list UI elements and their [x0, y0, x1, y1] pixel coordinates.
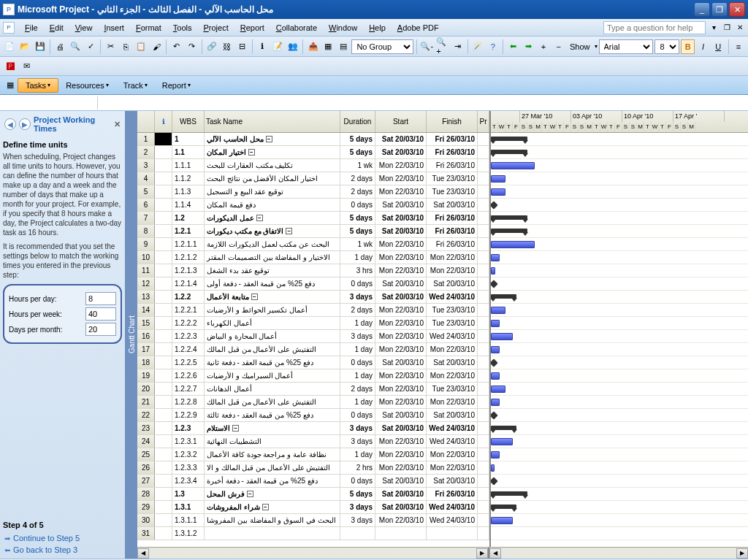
outline-toggle-icon[interactable]: − [266, 136, 272, 142]
menu-adobe-pdf[interactable]: Adobe PDF [392, 22, 445, 34]
help-search-input[interactable] [603, 21, 706, 34]
table-row[interactable]: 211.2.2.8التفتيش على الأعمال من قبل الما… [137, 396, 489, 409]
indent-icon[interactable]: ➡ [522, 39, 535, 54]
col-start[interactable]: Start [375, 111, 427, 132]
link-icon[interactable]: 🔗 [205, 39, 219, 54]
table-row[interactable]: 81.2.1−الاتفاق مع مكتب ديكورات5 daysSat … [137, 225, 489, 238]
menu-format[interactable]: Format [130, 22, 167, 34]
assign-icon[interactable]: 👥 [286, 39, 299, 54]
table-row[interactable]: 201.2.2.7أعمال الدهانات2 daysMon 22/03/1… [137, 383, 489, 396]
back-link[interactable]: ⬅Go back to Step 3 [3, 544, 122, 556]
table-row[interactable]: 261.2.3.3التفتيش على الأعمال من قبل الما… [137, 461, 489, 475]
gantt-hscroll-left-icon[interactable]: ◀ [489, 548, 501, 559]
table-row[interactable]: 281.3−فرش المحل5 daysSat 20/03/10Fri 26/… [137, 488, 489, 501]
align-left-icon[interactable]: ≡ [731, 39, 745, 54]
bold-button[interactable]: B [681, 39, 695, 54]
menu-report[interactable]: Report [234, 22, 270, 34]
zoom-out-icon[interactable]: 🔍- [419, 39, 434, 54]
table-row[interactable]: 91.2.1.1البحث عن مكتب لعمل الديكورات الل… [137, 238, 489, 251]
table-row[interactable]: 241.2.3.1التشطيبات النهائية3 daysMon 22/… [137, 435, 489, 448]
table-row[interactable]: 251.2.3.2نظافة عامة و مراجعة جودة كافة ا… [137, 448, 489, 461]
table-row[interactable]: 31.1.1تكليف مكتب العقارات للبحث1 wkMon 2… [137, 159, 489, 172]
gantt-bar[interactable] [491, 477, 498, 485]
table-row[interactable]: 191.2.2.6أعمال السيراميك و الأرضيات1 day… [137, 369, 489, 383]
table-row[interactable]: 161.2.2.3أعمال المحارة و البياض3 daysMon… [137, 330, 489, 343]
table-row[interactable]: 271.2.3.4دفع 25% من قيمة العقد - دفعة أخ… [137, 475, 489, 488]
gantt-bar[interactable] [491, 241, 535, 248]
zoom-in-icon[interactable]: 🔍+ [435, 39, 449, 54]
gantt-bar[interactable] [491, 517, 513, 524]
outline-toggle-icon[interactable]: − [248, 149, 255, 156]
gantt-hscroll-right-icon[interactable]: ▶ [736, 548, 748, 559]
table-row[interactable]: 311.3.1.2 [137, 527, 489, 540]
table-row[interactable]: 121.2.1.4دفع 25% من قيمة العقد - دفعة أو… [137, 277, 489, 291]
close-button[interactable]: ✕ [729, 2, 745, 17]
table-row[interactable]: 71.2−عمل الديكورات5 daysSat 20/03/10Fri … [137, 212, 489, 225]
gantt-bar[interactable] [491, 254, 500, 261]
ungroup-icon[interactable]: ▤ [337, 39, 351, 54]
paste-icon[interactable]: 📋 [134, 39, 148, 54]
undo-icon[interactable]: ↶ [169, 39, 183, 54]
gantt-bar[interactable] [491, 150, 527, 154]
show-label[interactable]: Show [567, 42, 593, 51]
wizard-icon[interactable]: 🪄 [471, 39, 485, 54]
menu-collaborate[interactable]: Collaborate [270, 22, 323, 34]
gantt-bar[interactable] [491, 162, 535, 169]
table-row[interactable]: 11−محل الحاسب الآلي5 daysSat 20/03/10Fri… [137, 133, 489, 146]
col-info[interactable]: ℹ [155, 111, 172, 132]
gantt-bar[interactable] [491, 201, 498, 209]
menu-project[interactable]: Project [197, 22, 234, 34]
menu-file[interactable]: File [19, 22, 44, 34]
col-duration[interactable]: Duration [340, 111, 375, 132]
notes-icon[interactable]: 📝 [271, 39, 285, 54]
table-row[interactable]: 151.2.2.2أعمال الكهرباء1 dayMon 22/03/10… [137, 317, 489, 330]
gantt-bar[interactable] [491, 175, 505, 183]
col-pred[interactable]: Pr [478, 111, 489, 132]
format-painter-icon[interactable]: 🖌 [150, 39, 164, 54]
outline-toggle-icon[interactable]: − [256, 215, 263, 221]
col-rownum[interactable] [137, 111, 155, 132]
open-icon[interactable]: 📂 [18, 39, 32, 54]
gantt-tab[interactable]: Gantt Chart [126, 111, 137, 559]
hours-per-day-input[interactable] [85, 292, 116, 305]
table-row[interactable]: 291.3.1−شراء المفروشات3 daysSat 20/03/10… [137, 501, 489, 514]
menu-insert[interactable]: Insert [98, 22, 130, 34]
gantt-bar[interactable] [491, 267, 495, 275]
close-child-button[interactable]: ✕ [735, 23, 745, 33]
table-row[interactable]: 141.2.2.1أعمال تكسير الحوائط و الأرضيات2… [137, 304, 489, 317]
col-wbs[interactable]: WBS [172, 111, 205, 132]
redo-icon[interactable]: ↷ [185, 39, 199, 54]
print-preview-icon[interactable]: 🔍 [69, 39, 83, 54]
table-row[interactable]: 301.3.1.1البحث في السوق و المفاضلة بين ا… [137, 514, 489, 527]
table-row[interactable]: 181.2.2.5دفع 25% من قيمة العقد - دفعة ثا… [137, 356, 489, 369]
table-row[interactable]: 231.2.3−الاستلام3 daysSat 20/03/10Wed 24… [137, 422, 489, 435]
gantt-bar[interactable] [491, 333, 513, 340]
table-row[interactable]: 21.1−اختيار المكان5 daysSat 20/03/10Fri … [137, 146, 489, 159]
hours-per-week-input[interactable] [85, 307, 116, 321]
hide-sub-icon[interactable]: − [552, 39, 565, 54]
table-row[interactable]: 101.2.1.2الاختيار و المفاضلة بين التصميم… [137, 251, 489, 264]
outline-toggle-icon[interactable]: − [262, 504, 269, 510]
gantt-bar[interactable] [491, 320, 500, 327]
font-select[interactable]: Arial [599, 39, 654, 54]
split-icon[interactable]: ⊟ [235, 39, 249, 54]
outline-toggle-icon[interactable]: − [251, 294, 258, 300]
continue-link[interactable]: ➡Continue to Step 5 [3, 532, 122, 544]
gantt-bar[interactable] [491, 386, 505, 393]
italic-button[interactable]: I [696, 39, 710, 54]
col-name[interactable]: Task Name [205, 111, 340, 132]
gantt-bar[interactable] [491, 426, 516, 430]
goto-icon[interactable]: ⇥ [451, 39, 465, 54]
tab-track[interactable]: Track ▾ [116, 79, 155, 92]
underline-button[interactable]: U [711, 39, 725, 54]
unlink-icon[interactable]: ⛓ [221, 39, 234, 54]
restore-child-button[interactable]: ❐ [722, 23, 732, 33]
guide-toggle-icon[interactable]: ▦ [3, 78, 18, 93]
gantt-bar[interactable] [491, 399, 500, 406]
publish-icon[interactable]: 📤 [306, 39, 320, 54]
gantt-bar[interactable] [491, 188, 505, 196]
cut-icon[interactable]: ✂ [104, 39, 118, 54]
table-row[interactable]: 221.2.2.9دفع 25% من قيمة العقد - دفعة ثا… [137, 409, 489, 422]
minimize-button[interactable]: _ [694, 2, 710, 17]
menu-window[interactable]: Window [323, 22, 363, 34]
